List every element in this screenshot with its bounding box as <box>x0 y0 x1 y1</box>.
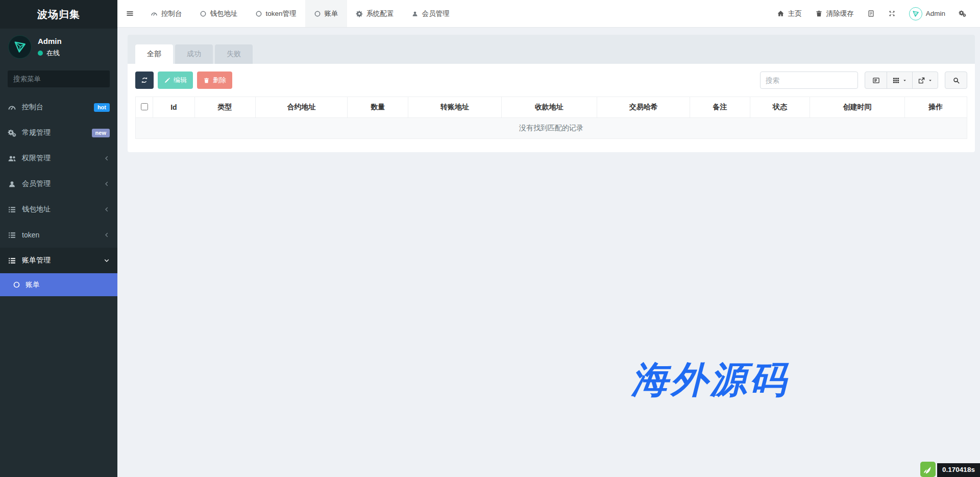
sidebar: 波场归集 Admin 在线 控制台 hot 常规管理 new 权限管理 <box>0 0 117 477</box>
tron-logo-icon <box>12 39 28 55</box>
tab-failed[interactable]: 失败 <box>215 44 253 64</box>
col-receive-address[interactable]: 收款地址 <box>501 97 597 118</box>
sidebar-item-label: 权限管理 <box>22 154 51 163</box>
empty-row: 没有找到匹配的记录 <box>136 118 967 139</box>
tab-all[interactable]: 全部 <box>135 44 173 64</box>
sidebar-item-label: 会员管理 <box>22 179 51 188</box>
docs-button[interactable] <box>861 0 881 27</box>
col-tx-hash[interactable]: 交易哈希 <box>597 97 690 118</box>
chevron-left-icon <box>104 155 110 161</box>
list-icon <box>8 256 16 265</box>
fullscreen-button[interactable] <box>881 0 902 27</box>
no-records-message: 没有找到匹配的记录 <box>136 118 967 139</box>
chevron-left-icon <box>104 232 110 238</box>
app-title: 波场归集 <box>0 0 117 29</box>
navbar-right: 主页 清除缓存 Admin <box>770 0 980 27</box>
tab-dashboard[interactable]: 控制台 <box>142 0 191 27</box>
chevron-down-icon <box>104 257 110 264</box>
tab-system-config[interactable]: 系统配置 <box>347 0 403 27</box>
user-menu[interactable]: Admin <box>902 0 952 27</box>
sidebar-item-general[interactable]: 常规管理 new <box>0 120 117 146</box>
dashboard-icon <box>151 10 158 17</box>
toggle-view-icon <box>872 77 880 84</box>
bill-table-wrap: Id 类型 合约地址 数量 转账地址 收款地址 交易哈希 备注 状态 创建时间 … <box>135 97 967 139</box>
select-all-cell <box>136 97 153 118</box>
thinkphp-logo-icon <box>920 462 936 477</box>
export-dropdown-button[interactable] <box>912 71 938 89</box>
columns-dropdown-button[interactable] <box>887 71 913 89</box>
home-link[interactable]: 主页 <box>770 0 808 27</box>
col-transfer-address[interactable]: 转账地址 <box>408 97 501 118</box>
sidebar-subitem-bill[interactable]: 账单 <box>0 273 117 296</box>
columns-icon <box>892 77 900 84</box>
user-icon <box>8 180 16 188</box>
export-icon <box>918 77 925 84</box>
circle-icon <box>13 281 20 289</box>
hamburger-icon <box>126 9 134 18</box>
dashboard-icon <box>8 103 16 112</box>
panel-body: 编辑 删除 <box>128 64 975 152</box>
menu-search <box>8 70 110 87</box>
trash-icon <box>815 10 823 17</box>
toggle-view-button[interactable] <box>865 71 887 89</box>
table-toolbar: 编辑 删除 <box>135 71 967 89</box>
refresh-button[interactable] <box>135 71 154 89</box>
sidebar-item-auth[interactable]: 权限管理 <box>0 146 117 171</box>
tab-member[interactable]: 会员管理 <box>403 0 458 27</box>
refresh-icon <box>141 77 148 84</box>
list-icon <box>8 231 16 240</box>
sidebar-item-label: 常规管理 <box>22 128 51 137</box>
search-toggle-button[interactable] <box>945 71 967 89</box>
col-status[interactable]: 状态 <box>750 97 810 118</box>
col-remark[interactable]: 备注 <box>690 97 750 118</box>
sidebar-item-bill-manage[interactable]: 账单管理 <box>0 248 117 273</box>
tab-wallet[interactable]: 钱包地址 <box>191 0 247 27</box>
sidebar-item-member[interactable]: 会员管理 <box>0 171 117 197</box>
bill-panel: 全部 成功 失败 编辑 删除 <box>128 35 975 152</box>
caret-down-icon <box>902 78 907 83</box>
cogs-icon <box>8 129 16 137</box>
circle-icon <box>314 10 321 17</box>
users-icon <box>8 154 16 163</box>
delete-button[interactable]: 删除 <box>197 71 232 89</box>
user-panel: Admin 在线 <box>0 29 117 65</box>
user-name: Admin <box>38 37 62 45</box>
top-navbar: 控制台 钱包地址 token管理 账单 系统配置 会员管理 主页 清除缓存 <box>117 0 980 28</box>
col-id[interactable]: Id <box>153 97 194 118</box>
col-amount[interactable]: 数量 <box>348 97 408 118</box>
edit-button[interactable]: 编辑 <box>158 71 193 89</box>
status-tabs: 全部 成功 失败 <box>135 44 967 64</box>
search-icon <box>104 76 104 83</box>
circle-icon <box>200 10 207 17</box>
tab-bill[interactable]: 账单 <box>305 0 347 27</box>
search-icon <box>952 77 960 84</box>
sidebar-item-wallet[interactable]: 钱包地址 <box>0 197 117 222</box>
menu-search-input[interactable] <box>13 75 104 83</box>
tab-token[interactable]: token管理 <box>247 0 305 27</box>
select-all-checkbox[interactable] <box>141 103 148 110</box>
sidebar-item-token[interactable]: token <box>0 222 117 248</box>
document-icon <box>867 10 875 17</box>
sidebar-item-dashboard[interactable]: 控制台 hot <box>0 94 117 120</box>
col-created-at[interactable]: 创建时间 <box>810 97 905 118</box>
sidebar-item-label: token <box>22 231 39 239</box>
table-search-input[interactable] <box>760 71 858 89</box>
expand-icon <box>888 10 896 17</box>
col-actions[interactable]: 操作 <box>904 97 967 118</box>
panel-heading: 全部 成功 失败 <box>128 35 975 64</box>
sidebar-subitem-label: 账单 <box>26 280 40 290</box>
bill-table: Id 类型 合约地址 数量 转账地址 收款地址 交易哈希 备注 状态 创建时间 … <box>135 97 967 139</box>
user-icon <box>411 10 419 17</box>
sidebar-item-label: 账单管理 <box>22 256 51 265</box>
tab-success[interactable]: 成功 <box>175 44 213 64</box>
gear-icon <box>356 10 363 17</box>
sidebar-toggle-button[interactable] <box>117 0 142 27</box>
circle-icon <box>255 10 262 17</box>
trash-icon <box>203 77 210 84</box>
col-contract-address[interactable]: 合约地址 <box>255 97 348 118</box>
toolbar-right <box>760 71 967 89</box>
clear-cache-button[interactable]: 清除缓存 <box>808 0 861 27</box>
col-type[interactable]: 类型 <box>194 97 255 118</box>
sidebar-submenu: 账单 <box>0 273 117 296</box>
settings-button[interactable] <box>952 0 973 27</box>
